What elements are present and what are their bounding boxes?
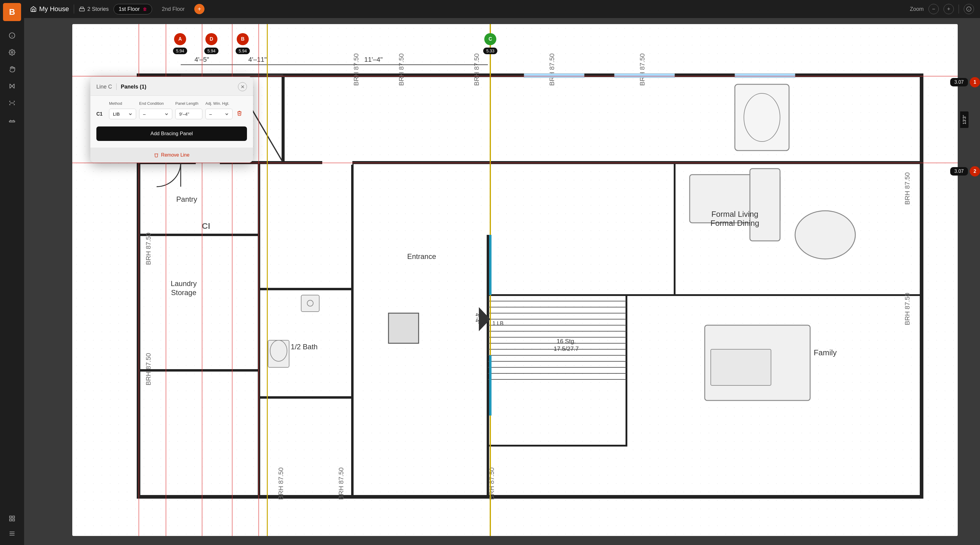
svg-rect-30: [138, 75, 921, 497]
svg-text:Entrance: Entrance: [407, 252, 436, 261]
svg-rect-26: [80, 7, 83, 8]
canvas-area[interactable]: BRH 87.50 BRH 87.50 BRH 87.50 BRH 87.50 …: [24, 18, 980, 545]
svg-text:BRH 87.50: BRH 87.50: [638, 53, 646, 86]
svg-point-107: [270, 340, 287, 361]
svg-point-9: [10, 101, 10, 102]
dots-icon[interactable]: [5, 96, 19, 110]
panel-c1-row: C1 LIB – 9'–4": [96, 109, 247, 119]
svg-rect-13: [10, 121, 15, 122]
node-c-value: 5.33: [483, 48, 497, 54]
remove-line-button[interactable]: Remove Line: [154, 153, 189, 158]
main-content: My House 2 Stories 1st Floor 🗑 2nd Floor…: [24, 0, 980, 545]
stories-count: 2 Stories: [88, 6, 109, 12]
svg-text:BRH 87.50: BRH 87.50: [473, 53, 480, 86]
svg-rect-108: [301, 295, 319, 311]
svg-rect-113: [750, 168, 780, 241]
right-badge-1[interactable]: 1: [970, 77, 980, 87]
node-c[interactable]: C: [484, 33, 496, 45]
add-bracing-button[interactable]: Add Bracing Panel: [96, 127, 247, 141]
svg-point-11: [14, 101, 14, 102]
svg-text:BRH 87.50: BRH 87.50: [904, 172, 911, 205]
svg-text:CI: CI: [202, 221, 210, 230]
svg-text:BRH 87.50: BRH 87.50: [904, 293, 911, 325]
home-nav[interactable]: My House: [30, 5, 69, 13]
node-d[interactable]: D: [205, 33, 218, 45]
svg-rect-77: [388, 313, 418, 343]
dialog-footer: Remove Line: [90, 148, 253, 163]
panel-length-header: Panel Length: [175, 101, 202, 106]
svg-text:BRH 87.50: BRH 87.50: [277, 467, 285, 500]
svg-text:Formal Dining: Formal Dining: [710, 219, 759, 228]
panel-delete-button[interactable]: [235, 109, 243, 119]
export-icon[interactable]: [5, 512, 19, 525]
floor-tab-1st[interactable]: 1st Floor 🗑: [113, 4, 152, 14]
floor-tab-2nd-label: 2nd Floor: [162, 6, 185, 12]
right-label-2: 3.07 2: [950, 166, 980, 176]
zoom-out-button[interactable]: −: [929, 4, 939, 14]
end-condition-field: –: [139, 109, 172, 119]
right-value-2: 3.07: [950, 167, 968, 176]
zoom-in-button[interactable]: +: [943, 4, 954, 14]
app-logo[interactable]: B: [3, 3, 21, 21]
svg-rect-111: [711, 349, 771, 385]
svg-rect-21: [13, 519, 14, 521]
node-b[interactable]: B: [237, 33, 249, 45]
panel-dialog: Line C Panels (1) ✕ Method End Condition…: [90, 77, 253, 163]
dialog-close-button[interactable]: ✕: [238, 82, 247, 91]
menu-icon[interactable]: [5, 527, 19, 540]
svg-rect-56: [138, 163, 259, 235]
floor-tab-delete-icon[interactable]: 🗑: [143, 6, 147, 11]
svg-point-12: [14, 105, 14, 105]
adj-win-hgt-select[interactable]: –: [205, 109, 232, 119]
svg-text:BRH 87.50: BRH 87.50: [337, 467, 345, 500]
svg-rect-79: [735, 84, 789, 151]
method-select[interactable]: LIB: [109, 109, 136, 119]
topbar: My House 2 Stories 1st Floor 🗑 2nd Floor…: [24, 0, 980, 18]
right-value-1: 3.07: [950, 78, 968, 86]
svg-text:4'–11": 4'–11": [248, 56, 267, 63]
guide-selected: [267, 24, 268, 536]
svg-text:1/2 Bath: 1/2 Bath: [291, 343, 317, 351]
panel-id: C1: [96, 111, 106, 117]
divider-2: [959, 5, 959, 14]
svg-text:BRH 87.50: BRH 87.50: [548, 53, 556, 86]
hand-icon[interactable]: [5, 63, 19, 76]
info-button[interactable]: [964, 4, 974, 14]
node-a[interactable]: A: [174, 33, 186, 45]
svg-rect-19: [13, 516, 14, 518]
dialog-col-headers: Method End Condition Panel Length Adj. W…: [109, 101, 247, 107]
bracing-icon[interactable]: [5, 79, 19, 93]
settings-icon[interactable]: [5, 46, 19, 59]
height-label: 13'3": [960, 111, 969, 128]
measure-icon[interactable]: [5, 113, 19, 127]
panel-length-input[interactable]: 9'–4": [175, 109, 202, 119]
end-condition-select[interactable]: –: [139, 109, 172, 119]
panel-length-field: 9'–4": [175, 109, 202, 119]
add-floor-button[interactable]: +: [194, 4, 205, 14]
right-badge-2[interactable]: 2: [970, 166, 980, 176]
svg-text:BRH 87.50: BRH 87.50: [352, 53, 360, 86]
svg-rect-118: [614, 73, 675, 78]
svg-text:BRH 87.50: BRH 87.50: [145, 232, 152, 265]
svg-text:BRH 87.50: BRH 87.50: [488, 467, 495, 500]
svg-rect-57: [138, 235, 259, 370]
dialog-line-label: Line C: [96, 84, 112, 90]
guide-v5: [258, 24, 259, 536]
svg-text:1 LB: 1 LB: [492, 320, 504, 326]
right-label-1: 3.07 1: [950, 77, 980, 87]
topbar-right: Zoom − +: [910, 4, 974, 14]
svg-rect-119: [735, 73, 795, 78]
info-icon[interactable]: [5, 29, 19, 42]
node-d-value: 5.94: [204, 48, 218, 54]
svg-point-114: [795, 211, 855, 259]
floor-tab-2nd[interactable]: 2nd Floor: [157, 4, 189, 14]
svg-point-3: [11, 51, 13, 53]
svg-point-10: [10, 105, 10, 105]
svg-text:Laundry: Laundry: [171, 280, 197, 288]
svg-text:4'-4": 4'-4": [474, 313, 480, 324]
method-header: Method: [109, 101, 136, 106]
guide-h1: [72, 76, 958, 76]
divider-1: [74, 5, 74, 14]
guide-h2: [72, 163, 958, 163]
adj-win-hgt-field: –: [205, 109, 232, 119]
